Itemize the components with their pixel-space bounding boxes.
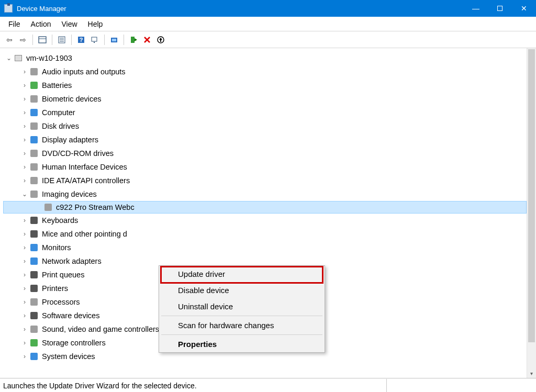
scroll-down-icon[interactable]: ▾ <box>527 368 536 378</box>
maximize-button[interactable] <box>488 0 512 17</box>
statusbar: Launches the Update Driver Wizard for th… <box>0 378 536 392</box>
tree-item[interactable]: Human Interface Devices <box>3 160 527 174</box>
enable-device-icon[interactable] <box>127 33 140 46</box>
help-icon[interactable]: ? <box>75 33 87 46</box>
expand-arrow-icon[interactable] <box>21 136 28 143</box>
menu-file[interactable]: File <box>3 18 26 30</box>
expand-arrow-icon[interactable] <box>21 326 28 333</box>
printer-icon <box>29 284 39 293</box>
ctx-update-driver[interactable]: Update driver <box>159 266 325 282</box>
display-icon <box>29 135 39 144</box>
tree-item[interactable]: Keyboards <box>3 214 527 227</box>
menu-separator <box>161 316 322 316</box>
back-button[interactable]: ⇦ <box>3 33 16 46</box>
expand-arrow-icon[interactable] <box>21 95 28 103</box>
expand-arrow-icon[interactable] <box>21 177 28 184</box>
status-text: Launches the Update Driver Wizard for th… <box>3 382 386 390</box>
software-icon <box>29 311 39 320</box>
expand-arrow-icon[interactable] <box>21 150 28 157</box>
scrollbar-thumb[interactable] <box>528 49 535 342</box>
tree-item-imaging[interactable]: Imaging devices <box>3 187 527 201</box>
computer-icon <box>14 53 23 63</box>
show-hidden-button[interactable] <box>36 33 49 46</box>
tree-item[interactable]: Biometric devices <box>3 92 527 106</box>
tree-item-label: DVD/CD-ROM drives <box>42 149 114 158</box>
expand-arrow-icon[interactable] <box>21 109 28 116</box>
ctx-uninstall-device[interactable]: Uninstall device <box>159 298 325 315</box>
tree-item[interactable]: Monitors <box>3 241 527 254</box>
processor-icon <box>29 297 39 307</box>
ctx-disable-device[interactable]: Disable device <box>159 282 325 298</box>
menu-separator <box>161 334 322 335</box>
expand-arrow-icon[interactable] <box>21 163 28 171</box>
tree-item-label: Keyboards <box>42 216 78 225</box>
expand-arrow-icon[interactable] <box>21 271 28 278</box>
expand-arrow-icon[interactable] <box>21 82 28 89</box>
expand-arrow-icon[interactable] <box>21 285 28 292</box>
expand-arrow-icon[interactable] <box>21 298 28 306</box>
context-menu: Update driver Disable device Uninstall d… <box>159 265 325 353</box>
tree-item-label: System devices <box>42 352 95 361</box>
tree-item[interactable]: Audio inputs and outputs <box>3 65 527 79</box>
toolbar: ⇦ ⇨ ? <box>0 31 536 48</box>
tree-item-label: Disk drives <box>42 122 79 130</box>
tree-item[interactable]: DVD/CD-ROM drives <box>3 147 527 160</box>
vertical-scrollbar[interactable]: ▾ <box>527 48 536 378</box>
tree-item-label: Audio inputs and outputs <box>42 68 126 76</box>
tree-item-label: Mice and other pointing d <box>42 230 127 238</box>
expand-arrow-icon[interactable] <box>21 244 28 251</box>
tree-item[interactable]: Mice and other pointing d <box>3 227 527 241</box>
hid-icon <box>29 162 39 172</box>
ctx-scan-hardware[interactable]: Scan for hardware changes <box>159 317 325 333</box>
tree-item-label: Printers <box>42 284 68 293</box>
computer-category-icon <box>29 108 39 117</box>
expand-arrow-icon[interactable] <box>21 339 28 346</box>
svg-rect-12 <box>131 37 135 43</box>
scan-button[interactable] <box>88 33 101 46</box>
forward-button[interactable]: ⇨ <box>17 33 29 46</box>
tree-item[interactable]: IDE ATA/ATAPI controllers <box>3 174 527 187</box>
menu-view[interactable]: View <box>56 18 82 30</box>
tree-item-label: Monitors <box>42 243 71 252</box>
audio-icon <box>29 67 39 76</box>
expand-arrow-icon[interactable] <box>21 312 28 319</box>
mouse-icon <box>29 229 39 239</box>
tree-root[interactable]: vm-w10-1903 <box>3 51 527 65</box>
expand-arrow-icon[interactable] <box>21 217 28 224</box>
expand-arrow-icon[interactable] <box>21 68 28 75</box>
menu-help[interactable]: Help <box>83 18 108 30</box>
biometric-icon <box>29 94 39 104</box>
webcam-icon <box>43 203 53 212</box>
network-icon <box>29 256 39 266</box>
tree-item-label: Batteries <box>42 81 72 89</box>
battery-icon <box>29 81 39 90</box>
tree-item-label: Processors <box>42 298 80 306</box>
svg-marker-13 <box>135 38 137 41</box>
ctx-properties[interactable]: Properties <box>159 336 325 352</box>
svg-rect-8 <box>92 37 97 41</box>
properties-button[interactable] <box>55 33 68 46</box>
window-title: Device Manager <box>17 5 66 13</box>
minimize-button[interactable]: — <box>464 0 488 17</box>
expand-arrow-icon[interactable] <box>21 230 28 238</box>
close-button[interactable]: ✕ <box>512 0 536 17</box>
expand-arrow-icon[interactable] <box>21 191 28 198</box>
tree-item[interactable]: Batteries <box>3 79 527 92</box>
uninstall-icon[interactable] <box>141 33 153 46</box>
tree-item[interactable]: Disk drives <box>3 119 527 133</box>
tree-item[interactable]: Computer <box>3 106 527 119</box>
menubar: File Action View Help <box>0 17 536 31</box>
svg-rect-9 <box>94 42 95 43</box>
disable-icon[interactable] <box>154 33 167 46</box>
tree-item[interactable]: Display adapters <box>3 133 527 147</box>
menu-action[interactable]: Action <box>26 18 57 30</box>
update-driver-icon[interactable] <box>108 33 120 46</box>
print-queue-icon <box>29 270 39 279</box>
expand-arrow-icon[interactable] <box>21 122 28 130</box>
svg-text:?: ? <box>80 37 83 43</box>
expand-arrow-icon[interactable] <box>5 54 13 62</box>
expand-arrow-icon[interactable] <box>21 353 28 360</box>
expand-arrow-icon[interactable] <box>21 257 28 265</box>
tree-item-webcam[interactable]: c922 Pro Stream Webc <box>3 201 527 214</box>
tree-item-label: Software devices <box>42 311 99 320</box>
